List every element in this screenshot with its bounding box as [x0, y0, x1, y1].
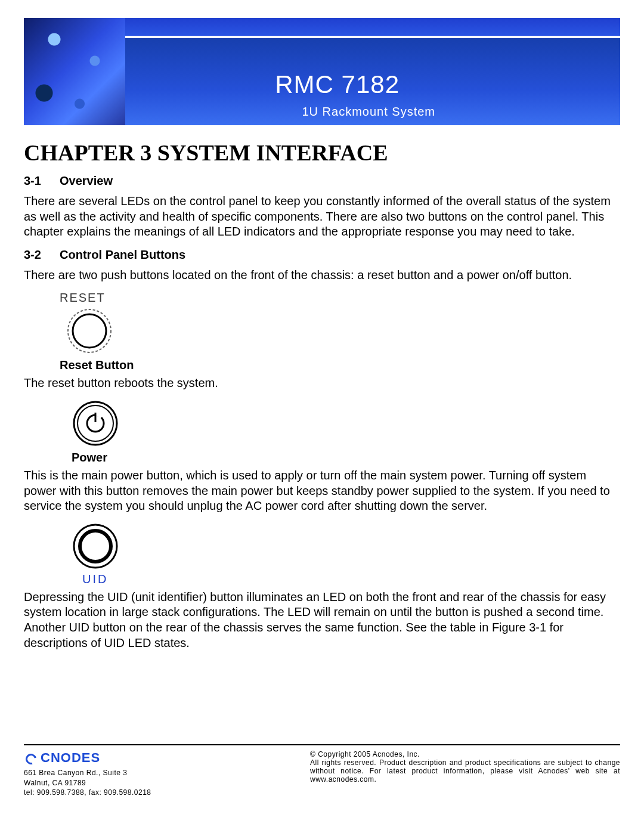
power-body: This is the main power button, which is …: [24, 468, 620, 514]
uid-figure-label: UID: [82, 572, 131, 586]
svg-point-0: [68, 309, 111, 352]
svg-point-1: [73, 314, 106, 348]
chapter-title: CHAPTER 3 SYSTEM INTERFACE: [24, 140, 620, 166]
section-3-1-heading: 3-1Overview: [24, 174, 620, 188]
svg-point-7: [80, 531, 111, 562]
section-3-2-intro: There are two push buttons located on th…: [24, 268, 620, 283]
footer-address-line2: Walnut, CA 91789: [24, 778, 274, 788]
svg-point-2: [74, 402, 117, 445]
banner-title: RMC 7182: [275, 70, 400, 99]
footer-right: © Copyright 2005 Acnodes, Inc. All right…: [310, 750, 620, 784]
power-button-icon: [72, 400, 119, 447]
section-3-1-number: 3-1: [24, 174, 60, 188]
section-3-2-number: 3-2: [24, 248, 60, 262]
reset-figure-label: RESET: [60, 291, 131, 305]
footer-address: 661 Brea Canyon Rd., Suite 3 Walnut, CA …: [24, 768, 274, 797]
power-button-figure: [72, 400, 131, 447]
footer-disclaimer: All rights reserved. Product description…: [310, 758, 620, 784]
uid-button-icon: [72, 522, 119, 570]
reset-heading: Reset Button: [60, 358, 620, 372]
footer-logo: CNODES: [24, 750, 274, 766]
header-banner: RMC 7182 1U Rackmount System: [24, 18, 620, 125]
section-3-2-heading: 3-2Control Panel Buttons: [24, 248, 620, 262]
footer-address-line1: 661 Brea Canyon Rd., Suite 3: [24, 768, 274, 778]
reset-button-icon: [66, 307, 113, 355]
footer-copyright: © Copyright 2005 Acnodes, Inc.: [310, 750, 620, 758]
banner-chip-image: [24, 18, 125, 125]
content-area: CHAPTER 3 SYSTEM INTERFACE 3-1Overview T…: [24, 140, 620, 651]
banner-subtitle: 1U Rackmount System: [302, 105, 435, 119]
footer-address-line3: tel: 909.598.7388, fax: 909.598.0218: [24, 788, 274, 797]
uid-body: Depressing the UID (unit identifier) but…: [24, 590, 620, 651]
section-3-2-title: Control Panel Buttons: [60, 248, 185, 261]
svg-point-3: [78, 405, 113, 441]
page-footer: CNODES 661 Brea Canyon Rd., Suite 3 Waln…: [24, 744, 620, 797]
section-3-1-title: Overview: [60, 174, 113, 187]
section-3-1-body: There are several LEDs on the control pa…: [24, 194, 620, 240]
uid-button-figure: UID: [72, 522, 131, 586]
acnodes-logo-icon: [24, 751, 37, 764]
banner-stripe: [113, 18, 620, 36]
reset-button-figure: RESET: [60, 291, 131, 355]
power-heading: Power: [72, 451, 620, 465]
acnodes-logo-text: CNODES: [41, 750, 100, 766]
footer-left: CNODES 661 Brea Canyon Rd., Suite 3 Waln…: [24, 750, 274, 797]
reset-body: The reset button reboots the system.: [24, 376, 620, 391]
